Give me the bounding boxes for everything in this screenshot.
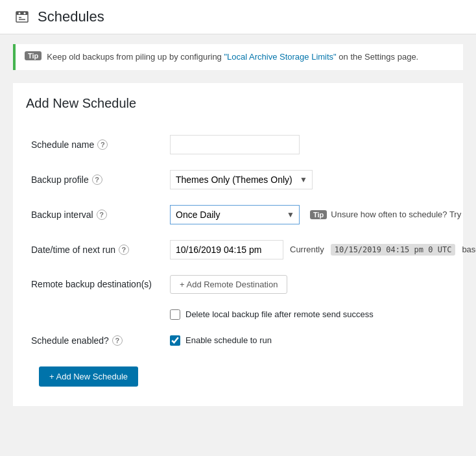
tip-settings-link[interactable]: "Local Archive Storage Limits" [224, 52, 336, 62]
tip-text-before: Keep old backups from piling up by confi… [47, 52, 224, 62]
backup-profile-label: Backup profile [31, 174, 89, 185]
next-run-label-wrap: Date/time of next run ? [31, 245, 152, 255]
backup-interval-label: Backup interval [31, 210, 93, 220]
add-new-schedule-button[interactable]: + Add New Schedule [39, 366, 138, 387]
schedule-enabled-label-wrap: Schedule enabled? ? [31, 335, 152, 346]
next-run-help-icon[interactable]: ? [119, 245, 129, 255]
backup-profile-row: Backup profile ? Themes Only (Themes Onl… [26, 162, 476, 197]
remote-destination-row: Remote backup destination(s) + Add Remot… [26, 267, 476, 302]
remote-destination-label: Remote backup destination(s) [31, 279, 152, 289]
main-content: Add New Schedule Schedule name ? Backup … [13, 83, 463, 406]
schedule-name-help-icon[interactable]: ? [97, 139, 108, 150]
delete-local-checkbox[interactable] [170, 309, 180, 320]
backup-interval-label-wrap: Backup interval ? [31, 210, 152, 220]
delete-local-checkbox-row: Delete local backup file after remote se… [170, 309, 476, 320]
section-title: Add New Schedule [26, 96, 450, 111]
schedule-name-input[interactable] [170, 135, 300, 154]
schedule-enabled-row: Schedule enabled? ? Enable schedule to r… [26, 328, 476, 354]
schedule-enabled-checkbox-label: Enable schedule to run [185, 335, 272, 345]
tip-text-after: on the Settings page. [337, 52, 418, 62]
schedules-icon [13, 8, 31, 26]
next-run-input[interactable] [170, 240, 283, 259]
current-time-badge: 10/15/2019 04:15 pm 0 UTC [331, 244, 456, 256]
backup-interval-select[interactable]: Once Daily Twice Daily Weekly Monthly [170, 205, 300, 224]
interval-tip-badge: Tip [310, 210, 327, 219]
currently-label: Currently [290, 245, 324, 254]
base-text: base [462, 245, 476, 254]
interval-row-wrap: Once Daily Twice Daily Weekly Monthly ▼ … [170, 205, 476, 224]
schedule-name-row: Schedule name ? [26, 127, 476, 162]
add-remote-destination-button[interactable]: + Add Remote Destination [170, 275, 287, 294]
schedule-enabled-checkbox-row: Enable schedule to run [170, 335, 476, 346]
backup-profile-label-wrap: Backup profile ? [31, 174, 152, 185]
svg-point-2 [19, 12, 21, 14]
tip-badge: Tip [25, 51, 42, 60]
tip-text: Keep old backups from piling up by confi… [47, 51, 418, 64]
schedule-name-label-wrap: Schedule name ? [31, 139, 152, 150]
schedule-name-label: Schedule name [31, 139, 94, 150]
next-run-label: Date/time of next run [31, 245, 115, 255]
backup-profile-select[interactable]: Themes Only (Themes Only) Default Profil… [170, 170, 313, 189]
schedule-enabled-help-icon[interactable]: ? [112, 335, 123, 346]
svg-point-3 [24, 12, 26, 14]
interval-tip: Tip Unsure how often to schedule? Try [310, 210, 461, 219]
form-table: Schedule name ? Backup profile ? Themes … [26, 127, 476, 354]
delete-local-row: Delete local backup file after remote se… [26, 302, 476, 328]
page-header: Schedules [0, 0, 476, 34]
schedule-enabled-checkbox[interactable] [170, 335, 180, 346]
backup-profile-help-icon[interactable]: ? [92, 174, 102, 185]
delete-local-label: Delete local backup file after remote se… [185, 309, 374, 319]
backup-interval-help-icon[interactable]: ? [97, 210, 107, 220]
next-run-row: Date/time of next run ? Currently 10/15/… [26, 232, 476, 267]
schedule-enabled-label: Schedule enabled? [31, 335, 109, 346]
interval-tip-text: Unsure how often to schedule? Try [331, 210, 461, 219]
page-title: Schedules [38, 8, 104, 25]
backup-profile-select-wrap: Themes Only (Themes Only) Default Profil… [170, 170, 313, 189]
tip-box: Tip Keep old backups from piling up by c… [13, 44, 463, 70]
datetime-row: Currently 10/15/2019 04:15 pm 0 UTC base [170, 240, 476, 259]
backup-interval-select-wrap: Once Daily Twice Daily Weekly Monthly ▼ [170, 205, 300, 224]
svg-rect-1 [16, 12, 28, 15]
backup-interval-row: Backup interval ? Once Daily Twice Daily… [26, 197, 476, 232]
